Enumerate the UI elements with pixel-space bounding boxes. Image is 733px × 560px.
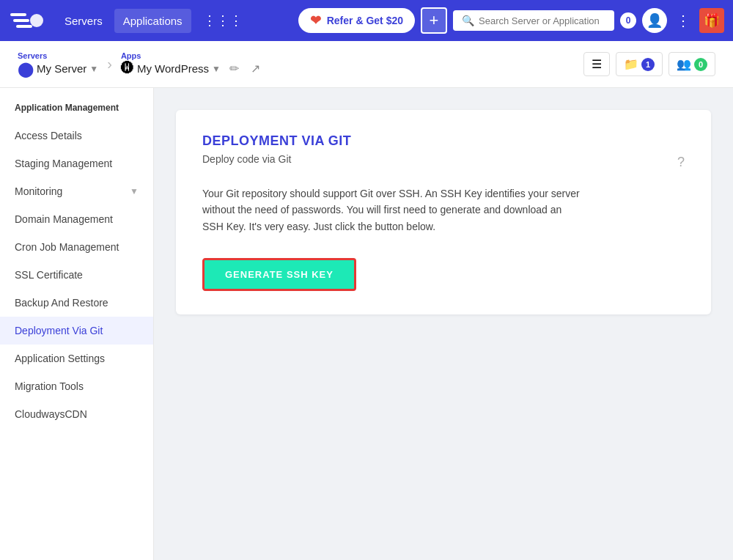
apps-label: Apps [121, 51, 263, 60]
sidebar-item-deployment-via-git[interactable]: Deployment Via Git [0, 317, 153, 345]
notification-badge[interactable]: 0 [620, 12, 636, 29]
add-button[interactable]: + [421, 7, 447, 34]
sidebar-item-domain-management[interactable]: Domain Management [0, 205, 153, 233]
logo[interactable] [9, 9, 44, 32]
external-link-icon[interactable]: ↗ [248, 60, 263, 77]
edit-icon[interactable]: ✏ [226, 60, 242, 77]
sidebar-item-monitoring[interactable]: Monitoring ▼ [0, 177, 153, 205]
nav-links: Servers Applications [56, 9, 191, 33]
nav-servers[interactable]: Servers [56, 9, 111, 33]
sidebar-item-cloudwayscdn[interactable]: CloudwaysCDN [0, 400, 153, 428]
sidebar-item-access-details[interactable]: Access Details [0, 122, 153, 150]
users-button[interactable]: 👥 0 [668, 52, 715, 76]
folder-count: 1 [641, 58, 655, 71]
sidebar-label-app-settings: Application Settings [15, 353, 105, 364]
sidebar-label-monitoring: Monitoring [15, 185, 62, 197]
list-icon: ☰ [592, 57, 602, 71]
chevron-down-icon: ▼ [130, 186, 139, 196]
app-breadcrumb: Apps 🅦 My WordPress ▼ ✏ ↗ [121, 51, 263, 77]
sidebar-item-cron-job-management[interactable]: Cron Job Management [0, 233, 153, 261]
server-icon: ⬤ [18, 60, 34, 78]
sidebar-label-deployment-git: Deployment Via Git [15, 325, 103, 336]
heart-icon: ❤ [310, 12, 321, 29]
svg-rect-2 [16, 25, 32, 28]
more-options-icon[interactable]: ⋮ [673, 9, 693, 32]
card-description: Your Git repository should support Git o… [202, 185, 583, 235]
sidebar-label-access-details: Access Details [15, 130, 82, 141]
sidebar-label-staging-management: Staging Management [15, 158, 112, 169]
sidebar: Application Management Access Details St… [0, 88, 154, 560]
refer-button[interactable]: ❤ Refer & Get $20 [298, 8, 415, 33]
sidebar-label-ssl: SSL Certificate [15, 269, 83, 281]
sidebar-label-cron-job: Cron Job Management [15, 241, 119, 253]
server-caret-icon[interactable]: ▼ [89, 64, 98, 74]
deployment-card: DEPLOYMENT VIA GIT Deploy code via Git ?… [176, 110, 711, 314]
sidebar-section-title: Application Management [0, 103, 153, 122]
sidebar-label-cdn: CloudwaysCDN [15, 408, 87, 420]
nav-applications[interactable]: Applications [114, 9, 191, 33]
servers-label: Servers [18, 51, 98, 60]
sidebar-label-backup: Backup And Restore [15, 297, 108, 309]
sidebar-item-ssl-certificate[interactable]: SSL Certificate [0, 261, 153, 289]
search-input[interactable] [479, 15, 605, 26]
users-count: 0 [694, 58, 707, 71]
svg-point-3 [30, 14, 43, 27]
users-icon: 👥 [677, 57, 691, 71]
breadcrumb: Servers ⬤ My Server ▼ › Apps 🅦 My WordPr… [0, 41, 733, 88]
sidebar-label-migration: Migration Tools [15, 380, 84, 392]
search-box[interactable]: 🔍 [453, 10, 614, 31]
sidebar-item-migration-tools[interactable]: Migration Tools [0, 372, 153, 400]
app-caret-icon[interactable]: ▼ [212, 64, 221, 74]
grid-icon[interactable]: ⋮⋮⋮ [197, 7, 248, 34]
main-layout: Application Management Access Details St… [0, 88, 733, 560]
folder-button[interactable]: 📁 1 [616, 52, 663, 76]
gift-icon[interactable]: 🎁 [699, 8, 724, 33]
content-area: DEPLOYMENT VIA GIT Deploy code via Git ?… [154, 88, 733, 560]
server-breadcrumb: Servers ⬤ My Server ▼ [18, 51, 98, 78]
refer-label: Refer & Get $20 [327, 15, 403, 26]
card-title: DEPLOYMENT VIA GIT [202, 133, 685, 149]
app-name[interactable]: My WordPress [137, 62, 209, 75]
help-icon[interactable]: ? [677, 155, 685, 170]
avatar[interactable]: 👤 [642, 8, 667, 33]
folder-icon: 📁 [624, 57, 638, 71]
wordpress-icon: 🅦 [121, 61, 134, 76]
list-view-button[interactable]: ☰ [583, 52, 610, 76]
sidebar-label-domain-management: Domain Management [15, 213, 113, 225]
breadcrumb-right-buttons: ☰ 📁 1 👥 0 [583, 52, 715, 76]
top-navigation: Servers Applications ⋮⋮⋮ ❤ Refer & Get $… [0, 0, 733, 41]
sidebar-item-application-settings[interactable]: Application Settings [0, 345, 153, 372]
sidebar-item-staging-management[interactable]: Staging Management [0, 150, 153, 177]
svg-rect-1 [13, 19, 29, 22]
search-icon: 🔍 [462, 15, 474, 26]
server-name[interactable]: My Server [37, 62, 86, 75]
breadcrumb-separator: › [107, 56, 112, 73]
card-subtitle: Deploy code via Git [202, 153, 685, 165]
sidebar-item-backup-restore[interactable]: Backup And Restore [0, 289, 153, 317]
svg-rect-0 [10, 13, 26, 16]
generate-ssh-key-button[interactable]: GENERATE SSH KEY [202, 258, 356, 291]
